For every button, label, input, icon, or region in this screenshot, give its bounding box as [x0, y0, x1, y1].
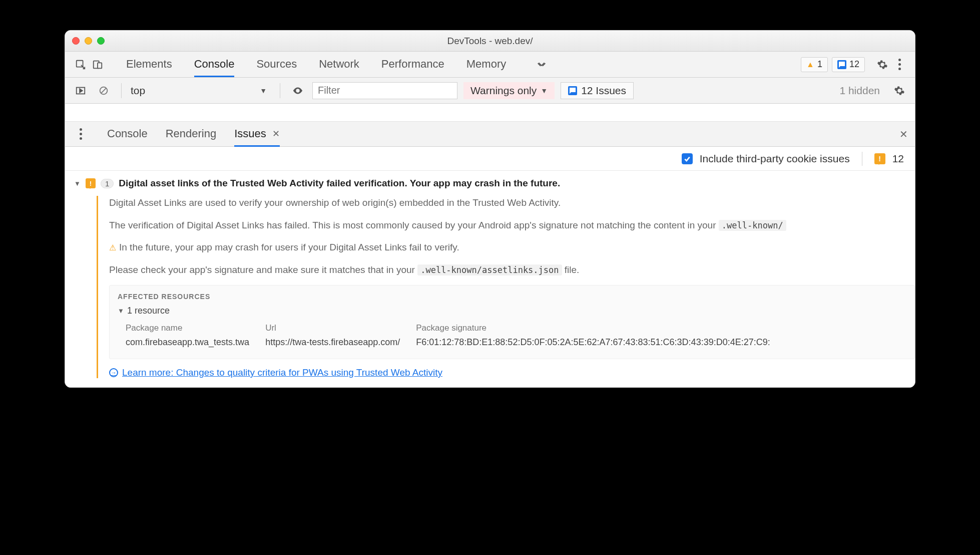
log-level-selector[interactable]: Warnings only ▼: [463, 82, 555, 99]
affected-resources-table: Package name Url Package signature com.f…: [125, 320, 786, 350]
arrow-circle-icon: →: [109, 368, 118, 377]
resource-toggle[interactable]: ▼ 1 resource: [118, 306, 906, 316]
open-issues-button[interactable]: 12 Issues: [561, 82, 634, 99]
cell-signature: F6:01:12:78:BD:E1:88:52:D5:0F:05:2A:5E:6…: [416, 336, 785, 349]
tab-performance[interactable]: Performance: [381, 53, 444, 77]
context-selector[interactable]: top ▼: [131, 85, 271, 97]
issue-paragraph: Digital Asset Links are used to verify y…: [109, 196, 915, 210]
drawer-tabs: Console Rendering Issues ✕ ✕: [65, 122, 915, 147]
context-value: top: [131, 85, 145, 97]
warning-speech-icon: !: [86, 178, 96, 188]
warning-icon: ▲: [806, 60, 814, 69]
tab-sources[interactable]: Sources: [256, 53, 297, 77]
issues-button-label: 12 Issues: [581, 85, 626, 97]
close-drawer-icon[interactable]: ✕: [899, 128, 908, 140]
svg-rect-2: [98, 63, 102, 68]
clear-console-icon[interactable]: [95, 82, 112, 99]
console-toolbar: top ▼ Warnings only ▼ 12 Issues 1 hidden: [65, 78, 915, 104]
drawer-tab-rendering[interactable]: Rendering: [166, 122, 217, 146]
devtools-window: DevTools - web.dev/ Elements Console Sou…: [65, 30, 915, 388]
code-path: .well-known/: [719, 220, 786, 231]
inspect-element-icon[interactable]: [72, 56, 89, 73]
include-third-party-checkbox[interactable]: [682, 153, 693, 164]
affected-resources-heading: AFFECTED RESOURCES: [118, 293, 906, 301]
issues-total-count: 12: [892, 153, 904, 165]
include-third-party-label: Include third-party cookie issues: [700, 153, 850, 165]
issues-toolbar: Include third-party cookie issues ! 12: [65, 147, 915, 171]
console-empty-area: [65, 104, 915, 122]
cell-package-name: com.firebaseapp.twa_tests.twa: [126, 336, 264, 349]
live-expression-icon[interactable]: [289, 82, 306, 99]
window-title: DevTools - web.dev/: [65, 36, 915, 47]
toggle-device-toolbar-icon[interactable]: [89, 56, 106, 73]
filter-input[interactable]: [312, 82, 457, 99]
chevron-down-icon: ▼: [541, 87, 548, 95]
issue-warning-paragraph: ⚠In the future, your app may crash for u…: [109, 240, 915, 255]
settings-icon[interactable]: [874, 56, 891, 73]
more-tabs-icon[interactable]: [533, 56, 550, 73]
expand-icon: ▼: [118, 307, 124, 315]
warning-icon: ⚠: [109, 243, 116, 252]
expand-icon: ▼: [74, 180, 81, 187]
issues-counter[interactable]: 12: [832, 57, 865, 72]
table-header-row: Package name Url Package signature: [126, 321, 785, 335]
hidden-messages-label[interactable]: 1 hidden: [839, 85, 880, 97]
drawer-menu-icon[interactable]: [72, 126, 89, 143]
affected-resources-section: AFFECTED RESOURCES ▼ 1 resource Package …: [109, 285, 915, 359]
main-menu-icon[interactable]: [891, 56, 908, 73]
close-tab-icon[interactable]: ✕: [272, 128, 280, 139]
issues-icon: [837, 60, 846, 69]
warnings-count: 1: [817, 59, 822, 70]
tab-console[interactable]: Console: [194, 53, 235, 77]
tab-memory[interactable]: Memory: [466, 53, 506, 77]
issue-occurrence-count: 1: [101, 179, 114, 188]
drawer-tab-console[interactable]: Console: [107, 122, 148, 146]
tab-elements[interactable]: Elements: [126, 53, 172, 77]
drawer-tab-issues[interactable]: Issues ✕: [234, 122, 280, 146]
issues-icon: [568, 86, 577, 95]
issue-title: Digital asset links of the Trusted Web A…: [119, 178, 560, 189]
warning-speech-icon: !: [874, 153, 885, 164]
issues-count: 12: [849, 59, 859, 70]
toggle-sidebar-icon[interactable]: [72, 82, 89, 99]
issue-row-header[interactable]: ▼ ! 1 Digital asset links of the Trusted…: [74, 176, 915, 196]
col-url: Url: [265, 321, 415, 335]
cell-url: https://twa-tests.firebaseapp.com/: [265, 336, 415, 349]
col-package-signature: Package signature: [416, 321, 785, 335]
issue-details: Digital Asset Links are used to verify y…: [97, 196, 915, 378]
table-row[interactable]: com.firebaseapp.twa_tests.twa https://tw…: [126, 336, 785, 349]
main-tabs: Elements Console Sources Network Perform…: [126, 53, 550, 77]
issue-paragraph: Please check your app's signature and ma…: [109, 263, 915, 278]
console-settings-icon[interactable]: [891, 82, 908, 99]
log-level-value: Warnings only: [470, 85, 537, 97]
learn-more-link[interactable]: → Learn more: Changes to quality criteri…: [109, 367, 915, 378]
issue-paragraph: The verification of Digital Asset Links …: [109, 218, 915, 233]
titlebar: DevTools - web.dev/: [65, 31, 915, 52]
warnings-counter[interactable]: ▲ 1: [801, 57, 828, 72]
main-toolbar: Elements Console Sources Network Perform…: [65, 52, 915, 78]
tab-network[interactable]: Network: [319, 53, 359, 77]
col-package-name: Package name: [126, 321, 264, 335]
chevron-down-icon: ▼: [260, 87, 267, 95]
issues-panel: ▼ ! 1 Digital asset links of the Trusted…: [65, 171, 915, 387]
code-path: .well-known/assetlinks.json: [417, 264, 562, 275]
